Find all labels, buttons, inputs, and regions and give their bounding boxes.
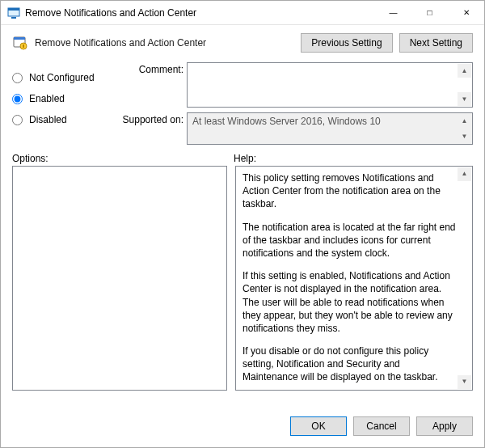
radio-not-configured-label: Not Configured: [29, 72, 95, 83]
app-icon: [7, 6, 20, 19]
radio-not-configured-input[interactable]: [12, 73, 23, 83]
supported-on-value-box: At least Windows Server 2016, Windows 10…: [187, 112, 473, 145]
comment-input[interactable]: ▲ ▼: [187, 62, 473, 108]
svg-rect-4: [14, 37, 25, 40]
ok-button[interactable]: OK: [290, 416, 347, 436]
options-label: Options:: [12, 153, 234, 164]
policy-title: Remove Notifications and Action Center: [35, 37, 294, 49]
panes: This policy setting removes Notification…: [1, 166, 484, 407]
radio-enabled-label: Enabled: [29, 93, 65, 104]
footer: OK Cancel Apply: [1, 407, 484, 447]
radio-enabled[interactable]: Enabled: [12, 93, 109, 104]
header-row: Remove Notifications and Action Center P…: [1, 25, 484, 57]
previous-setting-button[interactable]: Previous Setting: [301, 33, 392, 53]
options-pane[interactable]: [12, 166, 227, 391]
radio-disabled-input[interactable]: [12, 115, 23, 125]
help-pane[interactable]: This policy setting removes Notification…: [235, 166, 473, 391]
scroll-down-icon[interactable]: ▼: [458, 129, 471, 143]
svg-rect-6: [23, 44, 24, 48]
close-button[interactable]: ✕: [448, 1, 484, 24]
policy-editor-window: Remove Notifications and Action Center —…: [0, 0, 485, 448]
titlebar: Remove Notifications and Action Center —…: [1, 1, 484, 25]
apply-button[interactable]: Apply: [416, 416, 473, 436]
window-title: Remove Notifications and Action Center: [25, 7, 375, 19]
scroll-up-icon[interactable]: ▲: [458, 114, 471, 128]
scroll-up-icon[interactable]: ▲: [458, 167, 471, 181]
supported-on-label: Supported on:: [117, 112, 183, 125]
radio-disabled[interactable]: Disabled: [12, 114, 109, 125]
state-radio-group: Not Configured Enabled Disabled: [12, 62, 109, 145]
maximize-button[interactable]: □: [411, 1, 448, 24]
window-controls: — □ ✕: [375, 1, 484, 24]
svg-rect-1: [8, 8, 19, 11]
pane-labels: Options: Help:: [1, 148, 484, 166]
policy-icon: [12, 35, 28, 51]
help-paragraph: The notification area is located at the …: [242, 221, 456, 260]
radio-not-configured[interactable]: Not Configured: [12, 72, 109, 83]
help-paragraph: If you disable or do not configure this …: [242, 344, 456, 384]
scroll-up-icon[interactable]: ▲: [458, 64, 471, 78]
scroll-down-icon[interactable]: ▼: [458, 92, 471, 106]
radio-enabled-input[interactable]: [12, 94, 23, 104]
comment-label: Comment:: [117, 62, 183, 75]
svg-rect-2: [11, 17, 16, 19]
help-paragraph: This policy setting removes Notification…: [242, 171, 456, 211]
help-paragraph: If this setting is enabled, Notification…: [242, 269, 456, 335]
radio-disabled-label: Disabled: [29, 114, 67, 125]
scroll-down-icon[interactable]: ▼: [458, 375, 471, 389]
supported-on-value: At least Windows Server 2016, Windows 10: [192, 116, 381, 127]
next-setting-button[interactable]: Next Setting: [399, 33, 473, 53]
config-area: Not Configured Enabled Disabled Comment:…: [1, 57, 484, 148]
cancel-button[interactable]: Cancel: [353, 416, 410, 436]
help-label: Help:: [234, 153, 473, 164]
minimize-button[interactable]: —: [375, 1, 411, 24]
